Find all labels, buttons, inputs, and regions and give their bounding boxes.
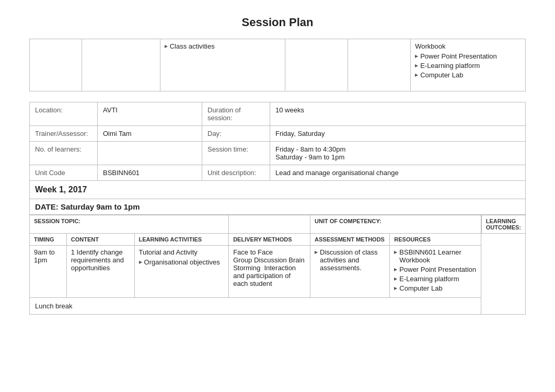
- res3-label: E-Learning platform: [399, 275, 459, 283]
- location-label: Location:: [30, 102, 98, 126]
- activities-col-header: LEARNING ACTIVITIES: [134, 234, 229, 246]
- outcomes-header: LEARNING OUTCOMES:: [481, 215, 525, 234]
- top-resource-workbook: Workbook: [415, 42, 521, 50]
- duration-label: Duration of session:: [202, 102, 270, 126]
- res3-bullet-icon: ▶: [394, 276, 397, 281]
- unit-desc-label: Unit description:: [202, 165, 270, 181]
- content-cell: 1 Identify change requirements and oppor…: [66, 246, 134, 298]
- week-label: Week 1, 2017: [30, 181, 526, 199]
- res4-label: Computer Lab: [399, 284, 442, 292]
- class-activities-label: Class activities: [170, 42, 215, 50]
- timing-col-header: TIMING: [30, 234, 67, 246]
- activities-bullet-text: Organisational objectives: [144, 258, 220, 266]
- resources-cell: ▶ BSBINN601 Learner Workbook ▶ Power Poi…: [390, 246, 481, 298]
- top-col5: [348, 39, 411, 91]
- res1-label: BSBINN601 Learner Workbook: [399, 248, 476, 264]
- top-complab-bullet-icon: ▶: [415, 73, 418, 77]
- unit-code-value: BSBINN601: [98, 165, 202, 181]
- resources-col-header: RESOURCES: [390, 234, 481, 246]
- top-resource-complab: Computer Lab: [420, 71, 463, 79]
- session-time-value: Friday - 8am to 4:30pm Saturday - 9am to…: [270, 142, 526, 165]
- res2-bullet-icon: ▶: [394, 267, 397, 272]
- top-resources-cell: Workbook ▶ Power Point Presentation ▶ E-…: [411, 39, 526, 91]
- assessment-bullet-icon: ▶: [315, 250, 318, 255]
- day-label: Day:: [202, 126, 270, 142]
- location-value: AVTI: [98, 102, 202, 126]
- res4-bullet-icon: ▶: [394, 286, 397, 291]
- top-table: ▶ Class activities Workbook ▶ Power Poin…: [29, 39, 526, 91]
- lunch-label: Lunch break: [30, 298, 481, 315]
- page-title: Session Plan: [0, 0, 555, 39]
- session-topic-header: SESSION TOPIC:: [30, 215, 229, 234]
- top-col4: [285, 39, 348, 91]
- duration-value: 10 weeks: [270, 102, 526, 126]
- activities-main: Tutorial and Activity: [139, 248, 225, 256]
- content-col-header: CONTENT: [66, 234, 134, 246]
- top-elearning-bullet-icon: ▶: [415, 63, 418, 68]
- top-resource-ppt: Power Point Presentation: [420, 52, 497, 60]
- class-activities-bullet-icon: ▶: [165, 44, 168, 49]
- top-col1: [30, 39, 82, 91]
- trainer-value: Oimi Tam: [98, 126, 202, 142]
- info-table: Location: AVTI Duration of session: 10 w…: [29, 102, 526, 215]
- assessment-cell: ▶ Discussion of class activities and ass…: [310, 246, 390, 298]
- res2-label: Power Point Presentation: [399, 266, 476, 273]
- top-col3: ▶ Class activities: [160, 39, 285, 91]
- top-resource-elearning: E-Learning platform: [420, 62, 480, 70]
- day-value: Friday, Saturday: [270, 126, 526, 142]
- delivery-col-header: DELIVERY METHODS: [229, 234, 310, 246]
- res1-bullet-icon: ▶: [394, 250, 397, 255]
- learners-label: No. of learners:: [30, 142, 98, 165]
- learners-value: [98, 142, 202, 165]
- unit-code-label: Unit Code: [30, 165, 98, 181]
- activities-cell: Tutorial and Activity ▶ Organisational o…: [134, 246, 229, 298]
- competency-header: UNIT OF COMPETENCY:: [310, 215, 481, 234]
- assessment-bullet-text: Discussion of class activities and asses…: [320, 248, 385, 272]
- top-col2: [82, 39, 160, 91]
- activities-bullet-icon: ▶: [139, 260, 142, 264]
- trainer-label: Trainer/Assessor:: [30, 126, 98, 142]
- top-ppt-bullet-icon: ▶: [415, 54, 418, 59]
- session-table: SESSION TOPIC: UNIT OF COMPETENCY: LEARN…: [29, 215, 526, 315]
- session-time-label: Session time:: [202, 142, 270, 165]
- delivery-cell: Face to Face Group Discussion Brain Stor…: [229, 246, 310, 298]
- date-label: DATE: Saturday 9am to 1pm: [30, 199, 526, 215]
- timing-cell: 9am to 1pm: [30, 246, 67, 298]
- unit-desc-value: Lead and manage organisational change: [270, 165, 526, 181]
- assessment-col-header: ASSESSMENT METHODS: [310, 234, 390, 246]
